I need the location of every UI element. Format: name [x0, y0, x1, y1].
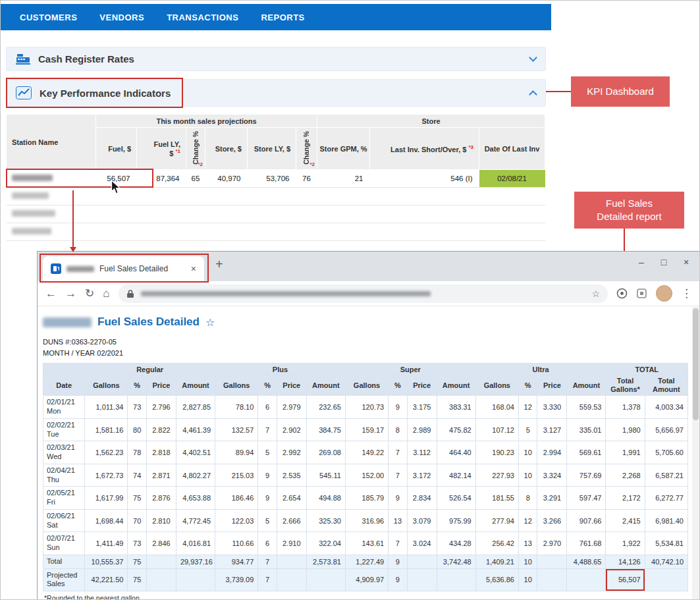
profile-avatar[interactable] — [656, 285, 672, 302]
report-column-header: Amount — [306, 375, 345, 396]
kpi-station-row[interactable] — [7, 188, 545, 205]
report-column-header: Price — [277, 375, 306, 396]
report-cell: 78 — [128, 441, 147, 464]
report-table-row: 02/03/21Wed1,562.23782.8184,402.5189.945… — [43, 441, 688, 464]
browser-window: Fuel Sales Detailed × + – □ × ← → ↻ ⌂ — [37, 251, 700, 600]
report-row-label: 02/05/21Fri — [43, 487, 85, 510]
report-cell: 559.53 — [567, 396, 606, 419]
report-cell: 80 — [128, 418, 147, 441]
report-cell: 2.871 — [147, 464, 176, 487]
report-row-label: 02/04/21Thu — [43, 464, 85, 487]
report-cell: 2.992 — [277, 441, 306, 464]
kpi-station-row[interactable] — [7, 223, 545, 241]
reload-button[interactable]: ↻ — [85, 288, 94, 299]
report-group-ultra: Ultra — [475, 364, 606, 375]
report-cell: 3.266 — [537, 509, 567, 532]
report-cell — [437, 568, 475, 591]
report-cell: 4,488.65 — [567, 555, 606, 568]
report-cell: 9 — [258, 464, 277, 487]
extension-icon-1[interactable] — [616, 288, 628, 299]
back-button[interactable]: ← — [45, 288, 57, 299]
report-group-plus: Plus — [215, 364, 346, 375]
report-cell: 2.666 — [277, 509, 306, 532]
report-cell: 7 — [389, 464, 408, 487]
home-button[interactable]: ⌂ — [103, 288, 109, 299]
browser-menu-icon[interactable]: ⋮ — [681, 288, 692, 299]
report-cell: 152.00 — [345, 464, 388, 487]
report-cell: 13 — [518, 532, 537, 555]
browser-tab-strip: Fuel Sales Detailed × + – □ × — [38, 252, 700, 281]
report-cell: 3.127 — [537, 418, 567, 441]
report-column-header: Price — [147, 375, 176, 396]
report-cell: 934.77 — [215, 555, 258, 568]
report-cell — [277, 568, 306, 591]
report-cell: 2.902 — [277, 418, 306, 441]
report-cell: 1,581.16 — [85, 418, 128, 441]
report-cell: 143.61 — [345, 532, 388, 555]
extension-icon-2[interactable] — [636, 288, 647, 299]
window-close-button[interactable]: × — [675, 253, 697, 271]
forward-button[interactable]: → — [65, 288, 76, 299]
nav-item-reports[interactable]: REPORTS — [250, 13, 315, 22]
report-cell: 3.024 — [407, 532, 437, 555]
report-cell: 1,409.21 — [475, 555, 518, 568]
tab-close-icon[interactable]: × — [188, 263, 199, 274]
nav-item-transactions[interactable]: TRANSACTIONS — [155, 13, 250, 22]
section-key-performance-indicators[interactable]: Key Performance Indicators — [6, 79, 546, 107]
report-column-header: % — [389, 375, 408, 396]
bookmark-star-icon[interactable]: ☆ — [591, 288, 600, 299]
report-table-row: Projected Sales42,221.50753,739.0974,909… — [43, 568, 688, 591]
section-title: Key Performance Indicators — [40, 88, 171, 99]
kpi-change-fuel-value: 65 — [186, 170, 205, 188]
chevron-up-icon[interactable] — [529, 90, 537, 99]
report-cell: 9 — [389, 555, 408, 568]
nav-item-vendors[interactable]: VENDORS — [88, 13, 155, 22]
report-cell: 3.175 — [407, 396, 437, 419]
report-cell: 3.330 — [537, 396, 567, 419]
report-cell: 5,636.86 — [475, 568, 518, 591]
kpi-chart-icon — [16, 86, 32, 99]
kpi-station-row[interactable]: 56,507 87,364 65 40,970 53,706 76 21 546… — [7, 170, 545, 188]
report-cell: 9 — [389, 487, 408, 510]
report-cell: 7 — [389, 441, 408, 464]
report-cell: 1,411.49 — [85, 532, 128, 555]
report-cell: 181.55 — [475, 487, 518, 510]
favorite-star-icon[interactable]: ☆ — [205, 316, 215, 329]
kpi-col-station-name: Station Name — [7, 115, 96, 170]
report-cell: 5,705.60 — [645, 441, 687, 464]
browser-toolbar: ← → ↻ ⌂ ☆ ⋮ — [38, 281, 700, 306]
station-name-cell — [7, 170, 96, 188]
address-bar[interactable]: ☆ — [119, 285, 608, 303]
report-cell: 12 — [518, 396, 537, 419]
report-cell: 2.910 — [277, 532, 306, 555]
report-cell: 10,555.37 — [85, 555, 128, 568]
chevron-down-icon[interactable] — [529, 53, 537, 62]
kpi-app-window: CUSTOMERS VENDORS TRANSACTIONS REPORTS C… — [1, 1, 551, 242]
report-cell: 384.75 — [306, 418, 345, 441]
kpi-station-row[interactable] — [7, 205, 545, 223]
report-cell: 6 — [258, 532, 277, 555]
report-column-header: Amount — [567, 375, 606, 396]
cash-register-icon — [16, 53, 30, 65]
section-cash-register-rates[interactable]: Cash Register Rates — [6, 47, 546, 71]
new-tab-button[interactable]: + — [215, 257, 223, 272]
report-table-row: 02/05/21Fri1,617.99752.8764,653.88186.46… — [43, 487, 688, 510]
window-minimize-button[interactable]: – — [630, 253, 653, 271]
scrollbar-thumb[interactable] — [693, 308, 699, 420]
report-cell: 1,378 — [606, 396, 645, 419]
report-row-label: Projected Sales — [43, 568, 85, 591]
nav-item-customers[interactable]: CUSTOMERS — [9, 13, 88, 22]
report-cell: 8 — [518, 487, 537, 510]
report-cell: 7 — [258, 568, 277, 591]
kpi-group-store: Store — [317, 115, 545, 128]
kpi-col-change-fuel: Change %*2 — [186, 128, 205, 170]
report-cell: 2.989 — [407, 418, 437, 441]
report-table: RegularPlusSuperUltraTOTALDateGallons%Pr… — [43, 363, 688, 591]
report-cell: 1,980 — [606, 418, 645, 441]
window-maximize-button[interactable]: □ — [653, 253, 675, 271]
browser-tab[interactable]: Fuel Sales Detailed × — [43, 256, 204, 281]
month-year: MONTH / YEAR 02/2021 — [43, 349, 688, 357]
page-scrollbar[interactable] — [692, 307, 699, 599]
report-cell: 40,742.10 — [645, 555, 687, 568]
report-cell: 13 — [389, 509, 408, 532]
